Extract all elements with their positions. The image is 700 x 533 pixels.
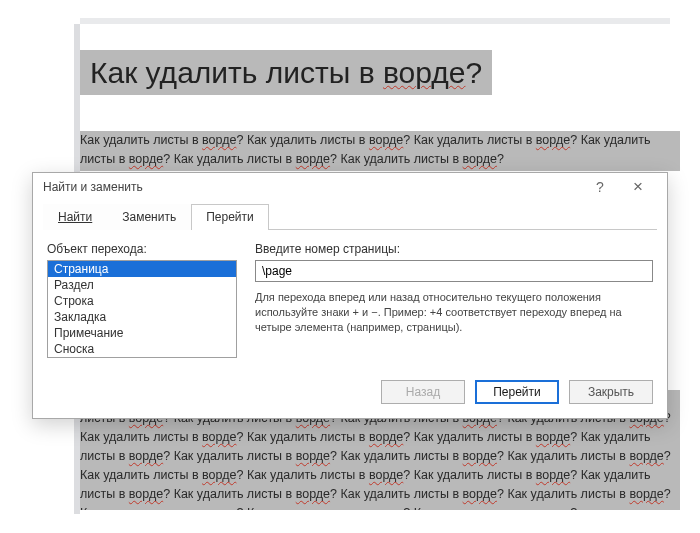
- listbox-item[interactable]: Раздел: [48, 277, 236, 293]
- back-button[interactable]: Назад: [381, 380, 465, 404]
- dialog-help-button[interactable]: ?: [581, 173, 619, 201]
- document-body-top: Как удалить листы в ворде? Как удалить л…: [80, 131, 680, 171]
- close-button[interactable]: Закрыть: [569, 380, 653, 404]
- listbox-item[interactable]: Страница: [48, 261, 236, 277]
- find-replace-dialog: Найти и заменить ? × Найти Заменить Пере…: [32, 172, 668, 419]
- listbox-item[interactable]: Строка: [48, 293, 236, 309]
- tab-find[interactable]: Найти: [43, 204, 107, 230]
- listbox-item[interactable]: Примечание: [48, 325, 236, 341]
- dialog-tabs: Найти Заменить Перейти: [43, 203, 657, 230]
- go-button[interactable]: Перейти: [475, 380, 559, 404]
- goto-object-column: Объект перехода: СтраницаРазделСтрокаЗак…: [47, 242, 237, 358]
- word-document-view: Как удалить листы в ворде? Как удалить л…: [0, 0, 700, 533]
- dialog-titlebar: Найти и заменить ? ×: [33, 173, 667, 201]
- dialog-title: Найти и заменить: [43, 180, 143, 194]
- goto-page-input[interactable]: [255, 260, 653, 282]
- dialog-close-button[interactable]: ×: [619, 173, 657, 201]
- document-title: Как удалить листы в ворде?: [80, 50, 492, 95]
- goto-input-column: Введите номер страницы: Для перехода впе…: [255, 242, 653, 358]
- dialog-body: Объект перехода: СтраницаРазделСтрокаЗак…: [33, 230, 667, 372]
- dialog-button-row: Назад Перейти Закрыть: [33, 372, 667, 418]
- tab-goto[interactable]: Перейти: [191, 204, 269, 230]
- tab-replace[interactable]: Заменить: [107, 204, 191, 230]
- goto-hint-text: Для перехода вперед или назад относитель…: [255, 290, 653, 335]
- goto-object-listbox[interactable]: СтраницаРазделСтрокаЗакладкаПримечаниеСн…: [47, 260, 237, 358]
- listbox-item[interactable]: Закладка: [48, 309, 236, 325]
- listbox-item[interactable]: Сноска: [48, 341, 236, 357]
- goto-object-label: Объект перехода:: [47, 242, 237, 256]
- goto-input-label: Введите номер страницы:: [255, 242, 653, 256]
